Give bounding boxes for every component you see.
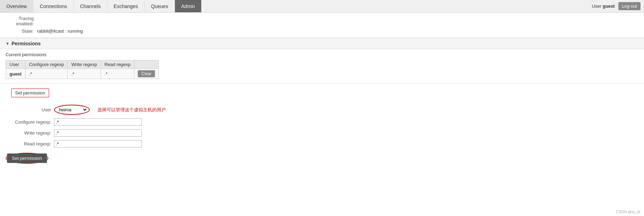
set-permission-button[interactable]: Set permission <box>7 153 47 163</box>
read-input[interactable] <box>54 140 142 148</box>
tracing-label: Tracing enabled: <box>6 16 34 26</box>
user-select[interactable]: heima guest admin <box>56 106 88 113</box>
username: guest <box>603 4 615 9</box>
configure-input[interactable] <box>54 118 142 126</box>
read-label: Read regexp: <box>6 141 51 146</box>
permissions-table: User Configure regexp Write regexp Read … <box>6 60 159 79</box>
collapse-arrow-icon: ▼ <box>6 41 9 46</box>
set-permission-button-wrapper: Set permission <box>6 153 638 164</box>
col-write: Write regexp <box>68 60 101 69</box>
perm-clear-cell: Clear <box>134 69 159 79</box>
col-read: Read regexp <box>101 60 134 69</box>
permissions-section-header[interactable]: ▼ Permissions <box>0 38 644 49</box>
set-permission-header: Set permission <box>11 89 49 97</box>
write-input[interactable] <box>54 129 142 137</box>
main-content: Tracing enabled: State: rabbit@itcast : … <box>0 13 644 164</box>
perm-read: .* <box>101 69 134 79</box>
annotation-text: 选择可以管理这个虚拟主机的用户 <box>97 107 166 113</box>
configure-label: Configure regexp: <box>6 119 51 125</box>
nav-admin[interactable]: Admin <box>175 0 202 12</box>
perm-user: guest <box>6 69 26 79</box>
state-value: rabbit@itcast : running <box>37 28 83 34</box>
configure-form-row: Configure regexp: <box>6 117 644 127</box>
permissions-title: Permissions <box>12 41 41 46</box>
perm-configure: .* <box>25 69 68 79</box>
user-form-row: User heima guest admin 选择可以管理这个虚拟主机的用户 <box>6 103 644 117</box>
nav-connections[interactable]: Connections <box>33 0 74 12</box>
user-select-circle: heima guest admin <box>54 105 90 115</box>
col-configure: Configure regexp <box>25 60 68 69</box>
nav-queues[interactable]: Queues <box>145 0 175 12</box>
col-user: User <box>6 60 26 69</box>
divider <box>0 83 644 84</box>
perm-write: .* <box>68 69 101 79</box>
set-permission-button-circle: Set permission <box>6 153 48 164</box>
table-row: guest .* .* .* Clear <box>6 69 159 79</box>
top-navigation: Overview Connections Channels Exchanges … <box>0 0 644 13</box>
read-form-row: Read regexp: <box>6 138 644 149</box>
info-section: Tracing enabled: State: rabbit@itcast : … <box>0 13 644 38</box>
col-actions <box>134 60 159 69</box>
write-form-row: Write regexp: <box>6 127 644 138</box>
user-form-label: User <box>6 107 51 112</box>
state-label: State: <box>6 28 34 34</box>
user-select-wrapper: heima guest admin 选择可以管理这个虚拟主机的用户 <box>54 105 166 115</box>
nav-channels[interactable]: Channels <box>74 0 107 12</box>
current-permissions-label: Current permissions <box>0 49 644 59</box>
tracing-row: Tracing enabled: <box>0 15 644 27</box>
user-info: User guest <box>588 4 618 9</box>
logout-button[interactable]: Log out <box>618 2 640 10</box>
clear-button[interactable]: Clear <box>138 70 155 77</box>
nav-exchanges[interactable]: Exchanges <box>107 0 144 12</box>
state-row: State: rabbit@itcast : running <box>0 27 644 35</box>
write-label: Write regexp: <box>6 130 51 136</box>
set-permission-header-wrapper: Set permission <box>6 86 638 100</box>
nav-overview[interactable]: Overview <box>0 0 33 12</box>
